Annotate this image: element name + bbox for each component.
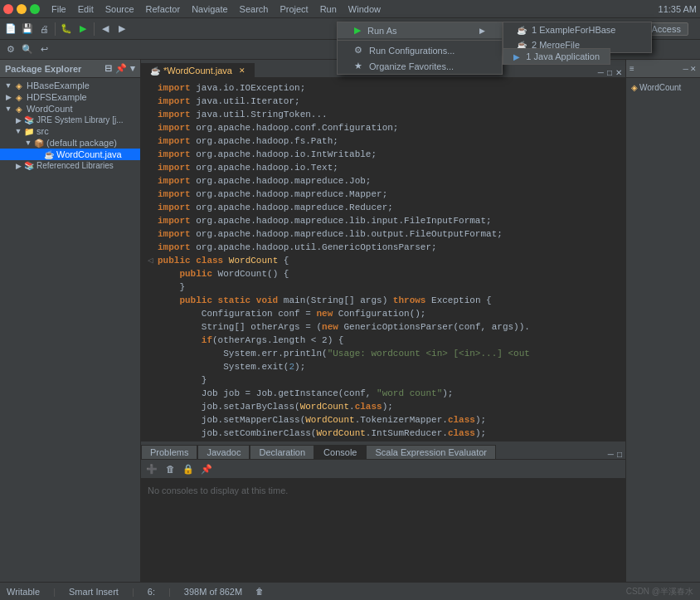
editor-controls[interactable]: ─ □ ✕ [595, 68, 625, 77]
package-icon: 📦 [33, 139, 45, 148]
minimize-editor-icon[interactable]: ─ [598, 68, 604, 77]
outline-close-icon[interactable]: ✕ [690, 65, 697, 73]
toolbar-separator [55, 22, 56, 36]
console-message: No consoles to display at this time. [148, 485, 288, 495]
clear-console-btn[interactable]: 🗑 [163, 461, 177, 476]
run-as-label: Run As [367, 26, 396, 36]
collapse-icon[interactable]: ⊟ [105, 63, 112, 74]
code-text: Configuration conf = new Configuration()… [158, 307, 425, 320]
run-as-dropdown[interactable]: ▶ Run As ▶ ⚙ Run Configurations... ★ Org… [337, 22, 503, 75]
tree-item-label-src: src [36, 126, 49, 136]
code-line: import java.util.Iterator; [148, 95, 622, 108]
code-editor[interactable]: import java.io.IOException; import java.… [141, 78, 625, 441]
line-marker [148, 188, 158, 201]
status-sep-2: | [132, 587, 134, 597]
code-line: import org.apache.hadoop.mapreduce.lib.i… [148, 214, 622, 227]
quick-access-bar[interactable]: Quick Access [619, 22, 688, 36]
menu-icon[interactable]: ▾ [130, 63, 135, 74]
tab-problems[interactable]: Problems [141, 445, 197, 459]
menu-navigate[interactable]: Navigate [187, 2, 232, 16]
print-button[interactable]: 🖨 [36, 22, 51, 37]
scroll-lock-btn[interactable]: 🔒 [181, 461, 196, 476]
pin-icon[interactable]: 📌 [115, 63, 127, 74]
code-text: import org.apache.hadoop.fs.Path; [158, 134, 338, 148]
tab-scala[interactable]: Scala Expression Evaluator [366, 445, 496, 459]
line-marker [148, 174, 158, 188]
ref-lib-icon: 📚 [23, 161, 35, 170]
watermark: CSDN @半溪春水 [626, 586, 693, 598]
editor-tab-wordcount[interactable]: ☕ *WordCount.java ✕ [141, 63, 255, 77]
code-line: import org.apache.hadoop.fs.Path; [148, 134, 622, 148]
expand-arrow-ref: ▶ [13, 162, 23, 170]
toolbar2-btn1[interactable]: ⚙ [3, 42, 18, 57]
outline-panel-icons[interactable]: ─ ✕ [683, 65, 697, 73]
code-line: import java.io.IOException; [148, 81, 622, 95]
package-explorer-panel: Package Explorer ⊟ 📌 ▾ ▼ ◈ HBaseExample … [0, 60, 141, 582]
maximize-button[interactable] [30, 4, 40, 14]
code-line: import org.apache.hadoop.io.Text; [148, 161, 622, 174]
menu-project[interactable]: Project [275, 2, 313, 16]
menu-file[interactable]: File [46, 2, 71, 16]
menu-run[interactable]: Run [315, 2, 342, 16]
toolbar2-btn3[interactable]: ↩ [36, 42, 51, 57]
tree-item-jre[interactable]: ▶ 📚 JRE System Library [j... [0, 115, 140, 125]
organize-favorites-item[interactable]: ★ Organize Favorites... [338, 58, 502, 74]
menu-edit[interactable]: Edit [73, 2, 99, 16]
line-marker [148, 400, 158, 413]
code-line: import org.apache.hadoop.conf.Configurat… [148, 121, 622, 134]
close-editor-icon[interactable]: ✕ [615, 68, 622, 77]
bottom-panel-controls[interactable]: ─ □ [605, 450, 625, 459]
tab-console[interactable]: Console [314, 445, 366, 459]
run-as-submenu-item[interactable]: ▶ Run As ▶ [338, 22, 502, 38]
min-bottom-icon[interactable]: ─ [608, 450, 614, 459]
menu-search[interactable]: Search [235, 2, 274, 16]
tree-item-wordcount[interactable]: ▼ ◈ WordCount [0, 103, 140, 115]
minimize-button[interactable] [17, 4, 27, 14]
panel-header-icons[interactable]: ⊟ 📌 ▾ [105, 63, 135, 74]
outline-item-wordcount[interactable]: ◈ WordCount [630, 81, 697, 94]
memory-icon[interactable]: 🗑 [255, 587, 264, 596]
tab-declaration[interactable]: Declaration [250, 445, 314, 459]
close-tab-icon[interactable]: ✕ [239, 66, 245, 75]
tree-item-wordcount-java[interactable]: ☕ WordCount.java [0, 149, 140, 160]
line-marker [148, 280, 158, 294]
run-button[interactable]: ▶ [75, 22, 90, 37]
tree-item-hbase[interactable]: ▼ ◈ HBaseExample [0, 80, 140, 91]
menu-source[interactable]: Source [100, 2, 139, 16]
console-content: No consoles to display at this time. [141, 479, 625, 582]
menu-refactor[interactable]: Refactor [141, 2, 186, 16]
toolbar2-btn2[interactable]: 🔍 [20, 42, 35, 57]
tab-icon: ☕ [150, 66, 160, 76]
code-content: import java.io.IOException; import java.… [141, 78, 625, 441]
collapse-all-icon[interactable]: ─ [683, 65, 688, 73]
code-text: import org.apache.hadoop.io.IntWritable; [158, 148, 377, 161]
tree-item-src[interactable]: ▼ 📁 src [0, 125, 140, 137]
tree-item-default[interactable]: ▼ 📦 (default package) [0, 137, 140, 149]
save-button[interactable]: 💾 [20, 22, 35, 37]
outline-header: ≡ ─ ✕ [626, 60, 700, 78]
tree-item-ref-libs[interactable]: ▶ 📚 Referenced Libraries [0, 160, 140, 171]
code-line: System.err.println("Usage: wordcount <in… [148, 347, 622, 360]
code-line: Job job = Job.getInstance(conf, "word co… [148, 387, 622, 400]
line-marker [148, 294, 158, 307]
new-button[interactable]: 📄 [3, 22, 18, 37]
close-button[interactable] [3, 4, 13, 14]
forward-button[interactable]: ▶ [114, 22, 129, 37]
code-line: job.setCombinerClass(WordCount.IntSumRed… [148, 427, 622, 440]
new-console-btn[interactable]: ➕ [144, 461, 159, 476]
window-controls[interactable] [3, 4, 40, 14]
menu-bar[interactable]: File Edit Source Refactor Navigate Searc… [46, 2, 386, 16]
debug-button[interactable]: 🐛 [59, 22, 74, 37]
organize-favorites-label: Organize Favorites... [369, 61, 454, 71]
max-bottom-icon[interactable]: □ [617, 450, 622, 459]
run-configurations-item[interactable]: ⚙ Run Configurations... [338, 42, 502, 58]
tree-item-hdfs[interactable]: ▶ ◈ HDFSExample [0, 91, 140, 103]
back-button[interactable]: ◀ [98, 22, 113, 37]
menu-window[interactable]: Window [343, 2, 386, 16]
pin-console-btn[interactable]: 📌 [199, 461, 214, 476]
code-line: import org.apache.hadoop.mapreduce.Reduc… [148, 201, 622, 214]
tab-javadoc[interactable]: Javadoc [197, 445, 250, 459]
line-marker [148, 227, 158, 241]
maximize-editor-icon[interactable]: □ [607, 68, 612, 77]
package-explorer-title: Package Explorer [5, 64, 81, 74]
